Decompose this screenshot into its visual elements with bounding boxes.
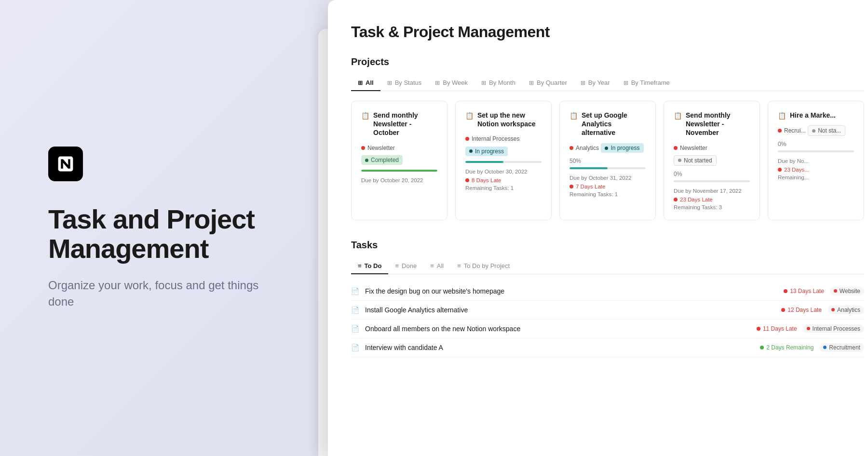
tab-by-timeframe-icon: ⊞ [624, 80, 628, 86]
card-5-tag-label: Recrui... [784, 127, 806, 134]
card-5-tag: Recrui... [778, 127, 806, 134]
card-4-late-label: 23 Days Late [680, 197, 713, 202]
card-1-due: Due by October 20, 2022 [361, 177, 437, 183]
card-4-late-dot [674, 198, 678, 201]
card-2-status-label: In progress [475, 148, 504, 155]
card-5-tag-dot [778, 129, 782, 133]
task-4-project: Recruitment [819, 343, 864, 352]
task-3-project-label: Internal Processes [813, 325, 860, 332]
task-row-2[interactable]: 📄 Install Google Analytics alternative 1… [351, 301, 864, 320]
card-2-status-dot [469, 149, 473, 153]
task-4-late-dot [760, 346, 764, 349]
card-3-late-label: 7 Days Late [576, 184, 605, 189]
tab-by-month[interactable]: ⊞ By Month [475, 75, 522, 91]
card-2-tag-dot [465, 137, 469, 141]
card-2-title: Set up the new Notion workspace [477, 111, 542, 128]
card-4-tag-dot [674, 146, 678, 150]
card-5-progress-pct: 0% [778, 141, 854, 148]
project-card-4[interactable]: 📋 Send monthly Newsletter - November New… [664, 101, 760, 220]
task-4-project-label: Recruitment [829, 344, 860, 351]
project-card-5[interactable]: 📋 Hire a Marke... Recrui... Not sta... 0… [768, 101, 864, 220]
card-2-late-label: 8 Days Late [472, 177, 501, 183]
page-title: Task & Project Management [351, 23, 864, 41]
left-title: Task and Project Management [48, 204, 280, 264]
card-1-status-dot [365, 159, 368, 162]
card-2-tag-label: Internal Processes [472, 135, 519, 142]
notion-logo [48, 147, 83, 181]
card-1-status-label: Completed [371, 157, 399, 163]
left-panel: Task and Project Management Organize you… [0, 0, 328, 456]
task-2-name: Install Google Analytics alternative [365, 306, 775, 314]
card-2-late-dot [465, 178, 469, 182]
task-4-name: Interview with candidate A [365, 344, 754, 351]
tasks-tab-todo-by-project[interactable]: ≡ To Do by Project [450, 258, 516, 274]
task-3-project: Internal Processes [803, 324, 864, 333]
card-1-title: Send monthly Newsletter - October [373, 111, 437, 137]
tab-by-timeframe[interactable]: ⊞ By Timeframe [617, 75, 677, 91]
tasks-section: Tasks ≡ To Do ≡ Done ≡ All ≡ To Do by Pr… [351, 240, 864, 357]
card-1-status: Completed [361, 155, 403, 165]
task-1-project-dot [834, 289, 837, 293]
card-1-icon: 📋 [361, 112, 369, 120]
card-3-tag-dot [570, 146, 573, 150]
task-1-name: Fix the design bug on our website's home… [365, 287, 778, 295]
card-5-title: Hire a Marke... [790, 111, 836, 120]
card-3-progress-fill [570, 167, 608, 169]
tab-by-timeframe-label: By Timeframe [631, 79, 670, 86]
card-5-status: Not sta... [808, 125, 845, 136]
tab-by-week[interactable]: ⊞ By Week [428, 75, 475, 91]
tab-by-month-icon: ⊞ [481, 80, 486, 86]
tasks-tab-all[interactable]: ≡ All [423, 258, 450, 274]
task-2-late-dot [781, 308, 785, 312]
tab-by-year-icon: ⊞ [581, 80, 585, 86]
tab-all[interactable]: ⊞ All [351, 75, 380, 91]
card-5-remaining: Remaining... [778, 174, 854, 180]
task-3-late-label: 11 Days Late [763, 325, 797, 332]
tasks-tab-by-project-label: To Do by Project [464, 262, 510, 269]
task-row-1[interactable]: 📄 Fix the design bug on our website's ho… [351, 282, 864, 301]
task-rows-container: 📄 Fix the design bug on our website's ho… [351, 282, 864, 357]
card-3-icon: 📋 [570, 112, 578, 120]
card-3-progress-bar [570, 167, 646, 169]
card-4-late: 23 Days Late [674, 197, 750, 202]
task-1-late-label: 13 Days Late [790, 288, 824, 295]
task-row-4[interactable]: 📄 Interview with candidate A 2 Days Rema… [351, 338, 864, 357]
tasks-tab-by-project-icon: ≡ [457, 262, 461, 269]
card-4-status: Not started [674, 155, 717, 166]
tasks-tab-todo[interactable]: ≡ To Do [351, 258, 388, 274]
projects-section-title: Projects [351, 56, 864, 67]
tab-by-status[interactable]: ⊞ By Status [380, 75, 429, 91]
card-3-status: In progress [601, 143, 643, 153]
card-2-icon: 📋 [465, 112, 474, 120]
card-4-due: Due by November 17, 2022 [674, 188, 750, 194]
card-5-late-label: 23 Days... [784, 167, 809, 173]
task-2-late: 12 Days Late [781, 307, 822, 313]
task-1-project: Website [830, 287, 864, 295]
tab-by-year[interactable]: ⊞ By Year [574, 75, 617, 91]
card-4-title: Send monthly Newsletter - November [686, 111, 750, 137]
task-2-project-dot [831, 308, 835, 311]
task-3-project-dot [807, 327, 810, 330]
main-page: Task & Project Management Projects ⊞ All… [328, 0, 868, 456]
tab-all-label: All [366, 79, 374, 86]
task-1-late: 13 Days Late [784, 288, 824, 295]
tasks-tab-done[interactable]: ≡ Done [388, 258, 423, 274]
card-4-tag: Newsletter [674, 145, 707, 151]
project-card-1[interactable]: 📋 Send monthly Newsletter - October News… [351, 101, 448, 220]
card-1-tag-dot [361, 146, 365, 150]
project-card-3[interactable]: 📋 Set up Google Analytics alternative An… [559, 101, 656, 220]
tasks-section-title: Tasks [351, 240, 864, 251]
task-row-3[interactable]: 📄 Onboard all members on the new Notion … [351, 320, 864, 338]
card-2-progress-bar [465, 161, 542, 163]
task-3-icon: 📄 [351, 325, 359, 333]
card-1-tag-label: Newsletter [367, 145, 395, 151]
tasks-tab-all-icon: ≡ [430, 262, 434, 269]
project-card-2[interactable]: 📋 Set up the new Notion workspace Intern… [455, 101, 552, 220]
card-4-remaining: Remaining Tasks: 3 [674, 204, 750, 210]
tab-by-quarter-icon: ⊞ [529, 80, 534, 86]
right-panel: Task & Project Management Projects ⊞ All… [328, 0, 868, 456]
card-4-icon: 📋 [674, 112, 682, 120]
card-3-late-dot [570, 185, 573, 188]
tab-by-quarter[interactable]: ⊞ By Quarter [522, 75, 574, 91]
card-5-late: 23 Days... [778, 167, 854, 173]
